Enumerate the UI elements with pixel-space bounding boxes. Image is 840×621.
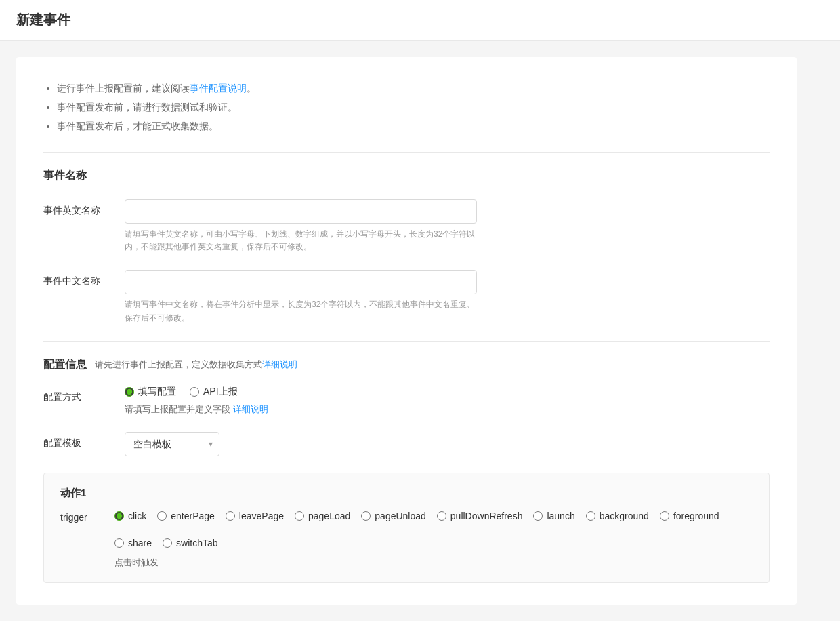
trigger-launch[interactable]: launch bbox=[533, 510, 574, 521]
trigger-row: trigger click enterPage leavePage bbox=[60, 510, 753, 548]
notice-text-1: 进行事件上报配置前，建议阅读 bbox=[57, 83, 190, 94]
trigger-pageLoad[interactable]: pageLoad bbox=[295, 510, 350, 521]
notice-text-2: 事件配置发布前，请进行数据测试和验证。 bbox=[57, 102, 237, 113]
trigger-pullDownRefresh-input[interactable] bbox=[437, 511, 446, 521]
event-name-section-title: 事件名称 bbox=[43, 169, 770, 183]
notice-list: 进行事件上报配置前，建议阅读事件配置说明。 事件配置发布前，请进行数据测试和验证… bbox=[43, 79, 770, 136]
trigger-background-input[interactable] bbox=[586, 511, 595, 521]
chinese-name-label: 事件中文名称 bbox=[43, 270, 125, 287]
notice-item-1: 进行事件上报配置前，建议阅读事件配置说明。 bbox=[57, 79, 770, 98]
config-template-field: 空白模板 其他模板 ▾ bbox=[125, 432, 477, 456]
trigger-label: trigger bbox=[60, 510, 114, 523]
notice-item-2: 事件配置发布前，请进行数据测试和验证。 bbox=[57, 98, 770, 117]
chinese-name-hint: 请填写事件中文名称，将在事件分析中显示，长度为32个字符以内，不能跟其他事件中文… bbox=[125, 298, 477, 324]
trigger-switchTab-input[interactable] bbox=[163, 538, 172, 548]
radio-fill-label: 填写配置 bbox=[138, 386, 176, 398]
trigger-click[interactable]: click bbox=[114, 510, 146, 521]
config-hint-link[interactable]: 详细说明 bbox=[233, 404, 268, 414]
template-select[interactable]: 空白模板 其他模板 bbox=[125, 432, 219, 456]
config-method-label: 配置方式 bbox=[43, 386, 125, 403]
trigger-foreground-label: foreground bbox=[673, 510, 719, 521]
trigger-pullDownRefresh[interactable]: pullDownRefresh bbox=[437, 510, 523, 521]
page-header: 新建事件 bbox=[0, 0, 840, 41]
config-method-hint: 请填写上报配置并定义字段 详细说明 bbox=[125, 403, 477, 416]
trigger-pageUnload-input[interactable] bbox=[361, 511, 371, 521]
radio-api[interactable]: API上报 bbox=[190, 386, 238, 398]
trigger-pageUnload[interactable]: pageUnload bbox=[361, 510, 426, 521]
trigger-launch-label: launch bbox=[547, 510, 574, 521]
trigger-background[interactable]: background bbox=[586, 510, 649, 521]
chinese-name-input[interactable] bbox=[125, 270, 477, 294]
divider-1 bbox=[43, 152, 770, 153]
chinese-name-field: 请填写事件中文名称，将在事件分析中显示，长度为32个字符以内，不能跟其他事件中文… bbox=[125, 270, 477, 324]
trigger-click-input[interactable] bbox=[114, 511, 124, 521]
trigger-enterPage[interactable]: enterPage bbox=[157, 510, 215, 521]
trigger-options: click enterPage leavePage pageLoad bbox=[114, 510, 753, 548]
config-section-desc: 请先进行事件上报配置，定义数据收集方式详细说明 bbox=[95, 359, 297, 371]
trigger-share-input[interactable] bbox=[114, 538, 124, 548]
config-desc-text: 请先进行事件上报配置，定义数据收集方式 bbox=[95, 359, 262, 369]
config-method-row: 配置方式 填写配置 API上报 请填写上报配置并定义字段 详细说明 bbox=[43, 386, 770, 416]
trigger-share-label: share bbox=[128, 538, 152, 548]
config-section-header: 配置信息 请先进行事件上报配置，定义数据收集方式详细说明 bbox=[43, 358, 770, 372]
trigger-foreground-input[interactable] bbox=[660, 511, 669, 521]
trigger-leavePage-label: leavePage bbox=[239, 510, 284, 521]
english-name-field: 请填写事件英文名称，可由小写字母、下划线、数字组成，并以小写字母开头，长度为32… bbox=[125, 199, 477, 254]
radio-fill[interactable]: 填写配置 bbox=[125, 386, 176, 398]
trigger-leavePage-input[interactable] bbox=[226, 511, 235, 521]
trigger-pageUnload-label: pageUnload bbox=[375, 510, 426, 521]
config-hint-text: 请填写上报配置并定义字段 bbox=[125, 404, 233, 414]
trigger-pageLoad-input[interactable] bbox=[295, 511, 304, 521]
trigger-enterPage-label: enterPage bbox=[171, 510, 215, 521]
trigger-pullDownRefresh-label: pullDownRefresh bbox=[450, 510, 523, 521]
template-select-wrapper: 空白模板 其他模板 ▾ bbox=[125, 432, 219, 456]
notice-text-3: 事件配置发布后，才能正式收集数据。 bbox=[57, 121, 218, 132]
config-detail-link[interactable]: 详细说明 bbox=[262, 359, 297, 369]
english-name-input[interactable] bbox=[125, 199, 477, 224]
radio-api-label: API上报 bbox=[203, 386, 238, 398]
trigger-click-label: click bbox=[128, 510, 146, 521]
event-config-link[interactable]: 事件配置说明 bbox=[190, 83, 247, 94]
action-card-1: 动作1 trigger click enterPage leavePage bbox=[43, 473, 770, 583]
english-name-hint: 请填写事件英文名称，可由小写字母、下划线、数字组成，并以小写字母开头，长度为32… bbox=[125, 228, 477, 254]
page-title: 新建事件 bbox=[16, 11, 824, 29]
trigger-hint: 点击时触发 bbox=[114, 557, 753, 569]
radio-fill-input[interactable] bbox=[125, 387, 134, 397]
divider-2 bbox=[43, 341, 770, 342]
trigger-pageLoad-label: pageLoad bbox=[308, 510, 350, 521]
trigger-leavePage[interactable]: leavePage bbox=[226, 510, 284, 521]
config-template-label: 配置模板 bbox=[43, 432, 125, 449]
config-section-title: 配置信息 bbox=[43, 358, 87, 372]
config-method-radio-group: 填写配置 API上报 bbox=[125, 386, 477, 398]
english-name-label: 事件英文名称 bbox=[43, 199, 125, 217]
action-title-1: 动作1 bbox=[60, 487, 753, 500]
config-template-row: 配置模板 空白模板 其他模板 ▾ bbox=[43, 432, 770, 456]
trigger-share[interactable]: share bbox=[114, 538, 152, 548]
trigger-switchTab-label: switchTab bbox=[176, 538, 217, 548]
trigger-enterPage-input[interactable] bbox=[157, 511, 167, 521]
trigger-launch-input[interactable] bbox=[533, 511, 543, 521]
english-name-row: 事件英文名称 请填写事件英文名称，可由小写字母、下划线、数字组成，并以小写字母开… bbox=[43, 199, 770, 254]
notice-item-3: 事件配置发布后，才能正式收集数据。 bbox=[57, 117, 770, 136]
trigger-foreground[interactable]: foreground bbox=[660, 510, 719, 521]
trigger-background-label: background bbox=[600, 510, 649, 521]
trigger-switchTab[interactable]: switchTab bbox=[163, 538, 217, 548]
config-method-field: 填写配置 API上报 请填写上报配置并定义字段 详细说明 bbox=[125, 386, 477, 416]
chinese-name-row: 事件中文名称 请填写事件中文名称，将在事件分析中显示，长度为32个字符以内，不能… bbox=[43, 270, 770, 324]
radio-api-input[interactable] bbox=[190, 387, 199, 397]
